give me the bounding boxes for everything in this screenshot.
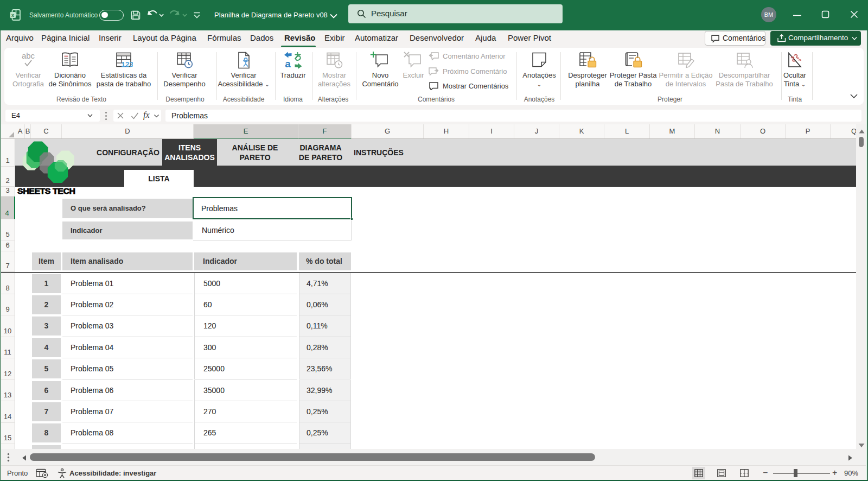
svg-text:123: 123 [122, 60, 133, 68]
svg-text:x: x [11, 12, 14, 18]
svg-text:abc: abc [22, 51, 35, 60]
svg-text:a: a [285, 58, 291, 69]
